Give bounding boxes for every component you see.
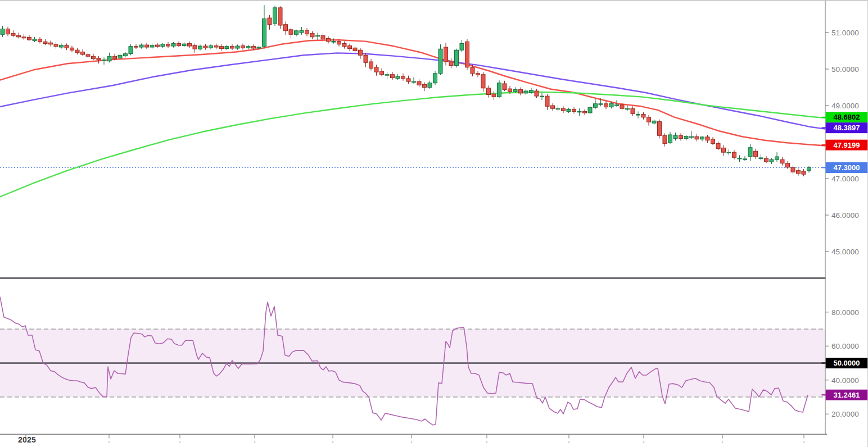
panel-separator[interactable] (0, 277, 868, 280)
x-axis-minor-label-dot (803, 441, 805, 443)
x-axis-minor-label-dot (486, 441, 488, 443)
svg-text:47.9199: 47.9199 (834, 141, 860, 149)
rsi-panel[interactable] (0, 297, 825, 425)
x-axis-minor-label-dot (643, 441, 645, 443)
x-axis-minor-label-dot (108, 441, 110, 443)
axis-tick-label: 45.0000 (831, 248, 859, 256)
svg-text:47.3000: 47.3000 (834, 163, 860, 172)
axis-value-badge: 31.2461 (822, 390, 868, 400)
candlestick-series (1, 5, 811, 176)
x-axis-minor-label-dot (722, 441, 724, 443)
axis-tick-label: 40.0000 (831, 376, 859, 385)
ma-mid-purple (0, 53, 825, 129)
svg-text:31.2461: 31.2461 (834, 391, 860, 399)
axis-value-badge: 47.9199 (822, 140, 868, 150)
x-axis-minor-label-dot (411, 441, 413, 443)
axis-tick-label: 51.0000 (831, 29, 859, 37)
x-axis-minor-label-dot (179, 441, 181, 443)
x-axis-minor-label-dot (332, 441, 334, 443)
x-axis-minor-label-dot (254, 441, 256, 443)
ma-slow-green (0, 92, 825, 197)
axis-tick-label: 80.0000 (831, 308, 859, 317)
svg-text:48.3897: 48.3897 (834, 124, 860, 132)
axis-tick-label: 49.0000 (831, 102, 859, 110)
price-panel[interactable] (0, 5, 825, 197)
axis-tick-label: 50.0000 (831, 65, 859, 74)
axis-value-badge: 48.3897 (822, 122, 868, 133)
svg-text:50.0000: 50.0000 (834, 359, 860, 367)
axis-value-badge: 48.6802 (822, 112, 868, 122)
svg-text:48.6802: 48.6802 (834, 113, 860, 121)
axis-value-badge: 50.0000 (822, 358, 868, 368)
x-axis-year-label: 2025 (15, 435, 39, 444)
axis-tick-label: 47.0000 (831, 175, 859, 183)
axis-tick-label: 20.0000 (831, 410, 859, 418)
axis-tick-label: 60.0000 (831, 342, 859, 350)
axis-value-badge: 47.3000 (822, 162, 868, 173)
chart-application: 51.000050.000049.000048.000047.000046.00… (0, 0, 868, 447)
axis-tick-label: 46.0000 (831, 211, 859, 220)
x-axis-minor-label-dot (568, 441, 570, 443)
chart-canvas[interactable]: 51.000050.000049.000048.000047.000046.00… (0, 0, 868, 447)
